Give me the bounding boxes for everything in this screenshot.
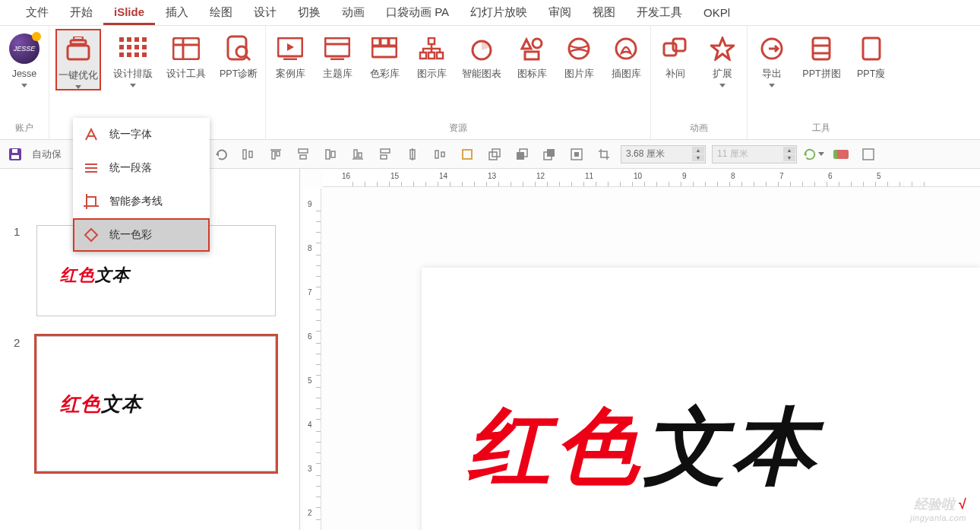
smart-chart-button[interactable]: 智能图表 xyxy=(460,29,503,79)
refresh-button[interactable] xyxy=(803,144,824,165)
layout-label: 设计排版 xyxy=(113,68,153,79)
more-tool[interactable] xyxy=(858,144,879,165)
align-tool-8[interactable] xyxy=(429,144,450,165)
design-tools-button[interactable]: 设计工具 xyxy=(165,29,207,79)
watermark-url: jingyanla.com xyxy=(910,513,966,522)
slide-canvas[interactable]: 红色文本 xyxy=(422,268,980,530)
align-tool-5[interactable] xyxy=(347,144,368,165)
svg-rect-66 xyxy=(300,155,306,159)
ruler-vertical: 98765432 xyxy=(305,189,321,530)
tween-label: 补间 xyxy=(665,68,685,79)
one-key-optimize-button[interactable]: 一键优化 xyxy=(55,29,101,90)
font-icon xyxy=(84,127,99,142)
height-spin-up[interactable]: ▲ xyxy=(783,147,795,154)
optimize-label: 一键优化 xyxy=(58,70,98,81)
svg-rect-58 xyxy=(12,149,17,153)
shrink-button[interactable]: PPT瘦 xyxy=(853,29,890,79)
tree-icon xyxy=(415,32,448,65)
tab-design[interactable]: 设计 xyxy=(243,1,287,24)
svg-rect-89 xyxy=(837,150,849,159)
undo-button[interactable] xyxy=(210,144,232,165)
menu-bar: 文件 开始 iSlide 插入 绘图 设计 切换 动画 口袋动画 PA 幻灯片放… xyxy=(0,0,980,26)
thumb-1-blk: 文本 xyxy=(95,264,130,287)
illustration-button[interactable]: 插图库 xyxy=(608,29,644,79)
tween-button[interactable]: 补间 xyxy=(657,29,694,79)
tab-slideshow[interactable]: 幻灯片放映 xyxy=(460,1,538,24)
align-tool-7[interactable] xyxy=(402,144,423,165)
tab-draw[interactable]: 绘图 xyxy=(199,1,243,24)
svg-rect-73 xyxy=(381,155,387,159)
unify-para-item[interactable]: 统一段落 xyxy=(73,151,210,185)
align-tool-1[interactable] xyxy=(238,144,259,165)
unify-color-label: 统一色彩 xyxy=(109,228,152,242)
shape-tool-5[interactable] xyxy=(566,144,587,165)
tab-file[interactable]: 文件 xyxy=(15,1,59,24)
tab-okpl[interactable]: OKPl xyxy=(693,2,741,24)
svg-rect-7 xyxy=(119,45,124,49)
shapes-icon xyxy=(515,32,548,65)
height-spin-down[interactable]: ▼ xyxy=(783,154,795,161)
unify-font-item[interactable]: 统一字体 xyxy=(73,118,210,151)
layout-button[interactable]: 设计排版 xyxy=(112,29,154,87)
tab-transition[interactable]: 切换 xyxy=(287,1,331,24)
ribbon-group-account: JESSE Jesse 账户 xyxy=(0,26,49,139)
align-tool-2[interactable] xyxy=(265,144,286,165)
diamond-icon xyxy=(84,227,99,243)
align-tool-6[interactable] xyxy=(375,144,396,165)
account-button[interactable]: JESSE Jesse xyxy=(6,29,43,87)
thumb-2-number: 2 xyxy=(14,336,26,471)
width-spin-down[interactable]: ▼ xyxy=(692,154,704,161)
crop-tool[interactable] xyxy=(593,144,615,165)
align-tool-4[interactable] xyxy=(320,144,341,165)
tab-pocket[interactable]: 口袋动画 PA xyxy=(375,1,460,24)
tab-review[interactable]: 审阅 xyxy=(538,1,582,24)
align-tool-3[interactable] xyxy=(292,144,314,165)
play-box-icon xyxy=(273,32,307,65)
svg-rect-28 xyxy=(381,38,388,46)
tab-islide[interactable]: iSlide xyxy=(103,1,155,25)
svg-rect-11 xyxy=(119,52,124,57)
svg-rect-48 xyxy=(863,38,880,59)
colors-button[interactable]: 色彩库 xyxy=(366,29,403,79)
svg-rect-38 xyxy=(525,52,539,59)
svg-rect-13 xyxy=(134,52,139,57)
watermark-text: 经验啦 xyxy=(914,497,955,512)
ppt-diag-button[interactable]: PPT诊断 xyxy=(218,29,259,79)
thumb-2-red: 红色 xyxy=(60,391,101,417)
tab-home[interactable]: 开始 xyxy=(59,1,103,24)
diagrams-button[interactable]: 图示库 xyxy=(413,29,450,79)
thumb-2[interactable]: 红色文本 xyxy=(36,336,276,471)
svg-rect-5 xyxy=(134,37,139,42)
tab-dev[interactable]: 开发工具 xyxy=(626,1,693,24)
save-button[interactable] xyxy=(5,144,26,165)
icons-lib-button[interactable]: 图标库 xyxy=(514,29,550,79)
extend-button[interactable]: 扩展 xyxy=(704,29,741,87)
group-title-anim: 动画 xyxy=(657,120,741,138)
tag-button[interactable] xyxy=(830,144,852,165)
shape-tool-4[interactable] xyxy=(539,144,560,165)
shape-tool-3[interactable] xyxy=(511,144,533,165)
slide-text: 红色文本 xyxy=(467,405,820,488)
images-lib-button[interactable]: 图片库 xyxy=(561,29,597,79)
export-button[interactable]: 导出 xyxy=(754,29,790,87)
stitch-button[interactable]: PPT拼图 xyxy=(801,29,842,79)
tab-anim[interactable]: 动画 xyxy=(331,1,375,24)
svg-rect-32 xyxy=(420,52,426,59)
svg-rect-33 xyxy=(428,52,435,59)
themes-button[interactable]: 主题库 xyxy=(319,29,356,79)
star-icon xyxy=(706,32,739,65)
smart-guide-item[interactable]: 智能参考线 xyxy=(73,185,210,218)
tab-insert[interactable]: 插入 xyxy=(155,1,199,24)
unify-color-item[interactable]: 统一色彩 xyxy=(73,218,210,252)
slide-text-red: 红色 xyxy=(467,399,643,493)
stitch-icon xyxy=(805,32,838,65)
svg-rect-3 xyxy=(119,37,124,42)
cases-label: 案例库 xyxy=(276,68,305,79)
cases-button[interactable]: 案例库 xyxy=(272,29,308,79)
shape-tool-2[interactable] xyxy=(484,144,505,165)
tab-view[interactable]: 视图 xyxy=(582,1,626,24)
watermark-check-icon: √ xyxy=(959,497,966,512)
width-spin-up[interactable]: ▲ xyxy=(692,147,704,154)
shape-tool-1[interactable] xyxy=(457,144,478,165)
tween-icon xyxy=(659,32,692,65)
